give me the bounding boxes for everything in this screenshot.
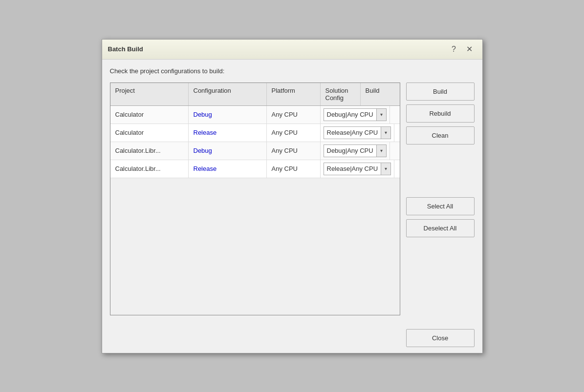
content-area: Project Configuration Platform Solution …: [110, 83, 475, 315]
cell-configuration-1: Debug: [189, 106, 267, 124]
title-bar-right: ? ✕: [447, 43, 476, 55]
cell-solution-config-2[interactable]: Release|Any CPU ▾: [321, 124, 395, 142]
dropdown-arrow-4: ▾: [381, 163, 390, 175]
rebuild-button[interactable]: Rebuild: [406, 104, 475, 123]
cell-configuration-4: Release: [189, 160, 267, 178]
cell-build-3[interactable]: [390, 142, 400, 160]
deselect-all-button[interactable]: Deselect All: [406, 219, 475, 237]
cell-project-3: Calculator.Libr...: [110, 142, 189, 160]
table-body: Calculator Debug Any CPU Debug|Any CPU ▾: [110, 106, 400, 315]
batch-build-dialog: Batch Build ? ✕ Check the project config…: [102, 39, 483, 353]
cell-platform-3: Any CPU: [267, 142, 321, 160]
cell-configuration-3: Debug: [189, 142, 267, 160]
dropdown-text-1: Debug|Any CPU: [324, 111, 376, 118]
description-text: Check the project configurations to buil…: [110, 67, 475, 75]
solution-config-dropdown-4[interactable]: Release|Any CPU ▾: [324, 163, 391, 175]
dropdown-text-4: Release|Any CPU: [324, 165, 381, 172]
cell-project-4: Calculator.Libr...: [110, 160, 189, 178]
solution-config-dropdown-1[interactable]: Debug|Any CPU ▾: [324, 108, 387, 121]
dropdown-text-2: Release|Any CPU: [324, 129, 381, 136]
cell-platform-4: Any CPU: [267, 160, 321, 178]
title-bar-left: Batch Build: [108, 45, 143, 53]
cell-platform-1: Any CPU: [267, 106, 321, 124]
clean-button[interactable]: Clean: [406, 126, 475, 144]
header-platform: Platform: [267, 83, 321, 105]
dropdown-arrow-1: ▾: [376, 109, 386, 121]
solution-config-dropdown-3[interactable]: Debug|Any CPU ▾: [324, 144, 387, 157]
buttons-panel: Build Rebuild Clean Select All Deselect …: [406, 83, 475, 315]
cell-build-4[interactable]: [394, 160, 399, 178]
btn-group-top: Build Rebuild Clean: [406, 83, 475, 144]
cell-project-2: Calculator: [110, 124, 189, 142]
header-project: Project: [110, 83, 189, 105]
dropdown-arrow-3: ▾: [376, 145, 386, 157]
dropdown-text-3: Debug|Any CPU: [324, 147, 376, 154]
cell-build-1[interactable]: [390, 106, 400, 124]
table-row: Calculator.Libr... Release Any CPU Relea…: [110, 160, 400, 178]
project-table: Project Configuration Platform Solution …: [110, 83, 400, 315]
cell-solution-config-1[interactable]: Debug|Any CPU ▾: [321, 106, 390, 124]
table-row: Calculator Debug Any CPU Debug|Any CPU ▾: [110, 106, 400, 124]
btn-group-middle: Select All Deselect All: [406, 197, 475, 237]
cell-solution-config-4[interactable]: Release|Any CPU ▾: [321, 160, 395, 178]
window-close-button[interactable]: ✕: [463, 43, 476, 55]
dialog-title: Batch Build: [108, 45, 143, 53]
cell-configuration-2: Release: [189, 124, 267, 142]
header-solution-config: Solution Config: [321, 83, 361, 105]
select-all-button[interactable]: Select All: [406, 197, 475, 215]
cell-platform-2: Any CPU: [267, 124, 321, 142]
solution-config-dropdown-2[interactable]: Release|Any CPU ▾: [324, 126, 391, 139]
header-build: Build: [361, 83, 400, 105]
cell-project-1: Calculator: [110, 106, 189, 124]
build-button[interactable]: Build: [406, 83, 475, 101]
header-configuration: Configuration: [189, 83, 267, 105]
cell-build-2[interactable]: [394, 124, 399, 142]
help-button[interactable]: ?: [447, 43, 461, 55]
title-bar: Batch Build ? ✕: [102, 40, 482, 60]
close-button[interactable]: Close: [406, 329, 475, 347]
dialog-footer: Close: [102, 323, 482, 353]
dialog-body: Check the project configurations to buil…: [102, 60, 482, 323]
table-header: Project Configuration Platform Solution …: [110, 83, 400, 106]
cell-solution-config-3[interactable]: Debug|Any CPU ▾: [321, 142, 390, 160]
table-row: Calculator.Libr... Debug Any CPU Debug|A…: [110, 142, 400, 160]
empty-table-area: [110, 178, 400, 315]
table-row: Calculator Release Any CPU Release|Any C…: [110, 124, 400, 142]
dropdown-arrow-2: ▾: [381, 127, 390, 139]
